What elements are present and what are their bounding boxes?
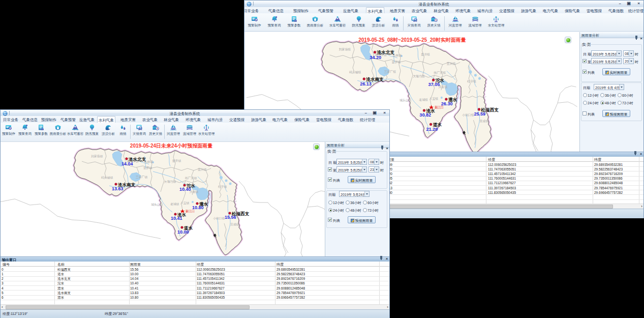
svg-text:八宝镇: 八宝镇 — [430, 97, 439, 100]
svg-text:洈水北支: 洈水北支 — [377, 50, 395, 55]
svg-text:三家厂镇: 三家厂镇 — [136, 176, 147, 179]
svg-text:河南镇: 河南镇 — [439, 85, 448, 89]
svg-text:老城镇: 老城镇 — [170, 203, 179, 206]
svg-text:13.63: 13.63 — [112, 186, 124, 191]
svg-text:码头铺镇: 码头铺镇 — [101, 176, 113, 180]
svg-text:宣成镇: 宣成镇 — [230, 223, 239, 226]
svg-text:大堰垱镇: 大堰垱镇 — [413, 74, 424, 78]
svg-text:刘家场镇: 刘家场镇 — [339, 47, 351, 51]
svg-text:金罗镇: 金罗镇 — [143, 166, 152, 170]
svg-text:小街口镇: 小街口镇 — [462, 113, 474, 117]
svg-text:21.20: 21.20 — [426, 127, 438, 132]
svg-text:红宇镇: 红宇镇 — [467, 79, 476, 83]
svg-text:纸厂河镇: 纸厂河镇 — [185, 177, 197, 180]
svg-text:新江口: 新江口 — [186, 209, 195, 213]
svg-text:楚井镇: 楚井镇 — [172, 159, 181, 163]
svg-text:八宝镇: 八宝镇 — [180, 201, 190, 205]
svg-text:宣成镇: 宣成镇 — [480, 119, 489, 123]
svg-text:小街口镇: 小街口镇 — [213, 217, 225, 220]
svg-text:30.82: 30.82 — [419, 112, 431, 117]
svg-text:26.13: 26.13 — [360, 81, 372, 86]
svg-text:宜兴镇: 宜兴镇 — [198, 167, 207, 171]
svg-text:14.04: 14.04 — [121, 161, 133, 166]
svg-text:10.41: 10.41 — [171, 216, 182, 221]
svg-text:三家厂镇: 三家厂镇 — [384, 69, 396, 73]
svg-text:新江口: 新江口 — [434, 105, 444, 109]
svg-text:大堰垱镇: 大堰垱镇 — [164, 180, 176, 183]
svg-text:宜兴镇: 宜兴镇 — [447, 62, 456, 65]
svg-text:34.20: 34.20 — [370, 55, 381, 60]
svg-text:2019-05-25_08时~2019-05-25_20时实: 2019-05-25_08时~2019-05-25_20时实时面雨量 — [358, 37, 466, 43]
svg-text:2019-05-24日未来24小时预报面雨量: 2019-05-24日未来24小时预报面雨量 — [130, 143, 212, 149]
svg-text:纸厂河镇: 纸厂河镇 — [434, 71, 446, 74]
svg-text:楚井镇: 楚井镇 — [420, 53, 430, 56]
svg-text:金罗镇: 金罗镇 — [391, 61, 401, 64]
svg-text:洈水北支: 洈水北支 — [128, 157, 146, 162]
svg-text:红宇镇: 红宇镇 — [218, 185, 227, 188]
svg-text:10.00: 10.00 — [177, 229, 189, 235]
svg-text:城头山镇: 城头山镇 — [151, 203, 163, 206]
svg-text:25.59: 25.59 — [474, 111, 485, 116]
svg-text:刘家场镇: 刘家场镇 — [91, 155, 103, 158]
svg-text:老城镇: 老城镇 — [419, 98, 428, 101]
svg-text:河南镇: 河南镇 — [190, 190, 199, 194]
svg-text:城头山镇: 城头山镇 — [400, 99, 411, 102]
svg-text:码头铺镇: 码头铺镇 — [349, 71, 361, 74]
svg-text:15.56: 15.56 — [225, 215, 236, 220]
svg-text:10.40: 10.40 — [179, 187, 191, 192]
svg-text:37.05: 37.05 — [428, 82, 440, 87]
